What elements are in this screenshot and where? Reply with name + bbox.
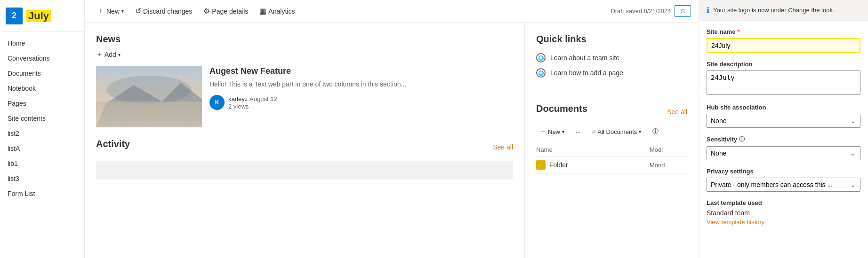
hub-site-select[interactable]: None — [707, 114, 860, 128]
activity-title: Activity — [96, 139, 130, 149]
notification-text: Your site logo is now under Change the l… — [713, 7, 835, 14]
required-indicator: * — [737, 28, 739, 35]
site-description-input[interactable] — [707, 70, 860, 95]
site-description-field: Site description — [707, 61, 860, 96]
logo-text: July — [26, 10, 51, 22]
new-button[interactable]: ＋ New ▾ — [92, 3, 129, 19]
plus-icon: ＋ — [97, 6, 104, 16]
main-area: ＋ New ▾ ↺ Discard changes ⚙ Page details… — [85, 0, 699, 258]
news-section: News ＋ Add ▾ — [85, 23, 524, 127]
page-details-button[interactable]: ⚙ Page details — [199, 4, 253, 18]
sidebar-item-listA[interactable]: listA — [0, 141, 84, 156]
docs-header: Documents See all — [536, 103, 687, 120]
hub-site-label: Hub site association — [707, 104, 860, 111]
site-description-label: Site description — [707, 61, 860, 68]
quick-links-section: Quick links 🌐 Learn about a team site 🌐 … — [525, 23, 699, 92]
docs-new-button[interactable]: ＋ New ▾ — [536, 125, 568, 138]
docs-more-button[interactable]: ··· — [572, 126, 585, 137]
table-row[interactable]: Folder Mond — [536, 156, 687, 174]
news-article-title[interactable]: Augest New Feature — [209, 66, 513, 76]
chevron-down-icon: ▾ — [562, 129, 564, 134]
sidebar-item-conversations[interactable]: Conversations — [0, 51, 84, 66]
analytics-button[interactable]: ▦ Analytics — [255, 4, 299, 18]
col-name-header: Name — [536, 146, 650, 153]
docs-info-button[interactable]: ⓘ — [649, 125, 662, 138]
settings-content: Site name * Site description Hub site as… — [699, 21, 868, 241]
hub-site-select-wrapper: None — [707, 114, 860, 128]
chevron-down-icon: ▾ — [121, 8, 124, 14]
help-icon[interactable]: ⓘ — [739, 135, 745, 143]
sidebar-item-form-list[interactable]: Form List — [0, 186, 84, 201]
discard-changes-button[interactable]: ↺ Discard changes — [130, 4, 197, 18]
sidebar-item-lib1[interactable]: lib1 — [0, 156, 84, 171]
news-meta: K karleyz August 12 2 views — [209, 95, 513, 110]
last-template-section: Last template used Standard team View te… — [707, 199, 860, 226]
right-column: Quick links 🌐 Learn about a team site 🌐 … — [524, 23, 699, 258]
logo-number: 2 — [6, 8, 23, 24]
template-name: Standard team — [707, 209, 860, 217]
chevron-down-icon: ▾ — [118, 52, 121, 57]
docs-all-documents-button[interactable]: ≡ All Documents ▾ — [588, 126, 645, 137]
globe-icon-2: 🌐 — [536, 68, 546, 78]
activity-see-all[interactable]: See all — [493, 143, 513, 151]
doc-modified: Mond — [650, 162, 687, 169]
activity-placeholder — [96, 161, 513, 180]
sidebar: 2 July Home Conversations Documents Note… — [0, 0, 85, 258]
page-content: News ＋ Add ▾ — [85, 23, 699, 258]
hub-site-field: Hub site association None — [707, 104, 860, 128]
analytics-icon: ▦ — [259, 7, 266, 16]
discard-icon: ↺ — [135, 7, 141, 16]
privacy-select-wrapper: Private - only members can access this .… — [707, 178, 860, 192]
news-article-excerpt: Hello! This is a Text web part in one of… — [209, 80, 513, 89]
sensitivity-select-wrapper: None — [707, 146, 860, 160]
article-date-text: August 12 — [249, 95, 277, 102]
docs-see-all[interactable]: See all — [667, 108, 687, 116]
quick-links-title: Quick links — [536, 34, 687, 45]
privacy-settings-field: Privacy settings Private - only members … — [707, 168, 860, 192]
quick-link-learn-team[interactable]: 🌐 Learn about a team site — [536, 50, 687, 65]
plus-icon: ＋ — [96, 50, 103, 59]
docs-toolbar: ＋ New ▾ ··· ≡ All Documents ▾ ⓘ — [536, 125, 687, 138]
sidebar-item-list2[interactable]: list2 — [0, 126, 84, 141]
activity-header: Activity See all — [96, 139, 513, 155]
sidebar-item-documents[interactable]: Documents — [0, 66, 84, 81]
globe-icon-1: 🌐 — [536, 53, 546, 63]
site-name-field: Site name * — [707, 28, 860, 53]
documents-section: Documents See all ＋ New ▾ ··· ≡ All Docu… — [525, 92, 699, 185]
quick-link-learn-page[interactable]: 🌐 Learn how to add a page — [536, 65, 687, 80]
col-modified-header: Modi — [650, 146, 687, 153]
sidebar-item-pages[interactable]: Pages — [0, 96, 84, 111]
news-card: Augest New Feature Hello! This is a Text… — [96, 66, 513, 127]
toolbar-right: Draft saved 8/21/2024 S — [611, 5, 691, 17]
site-logo: 2 July — [0, 0, 84, 32]
news-author-info: karleyz August 12 2 views — [228, 95, 277, 110]
sensitivity-select[interactable]: None — [707, 146, 860, 160]
sidebar-nav: Home Conversations Documents Notebook Pa… — [0, 32, 84, 205]
plus-icon: ＋ — [540, 127, 546, 136]
chevron-down-icon: ▾ — [639, 129, 641, 134]
settings-icon: ⚙ — [203, 7, 210, 16]
activity-section: Activity See all — [85, 127, 524, 191]
sidebar-item-list3[interactable]: list3 — [0, 171, 84, 186]
svg-point-4 — [135, 109, 163, 117]
view-history-link[interactable]: View template history — [707, 219, 860, 226]
sensitivity-label: Sensitivity ⓘ — [707, 135, 860, 143]
content-area: News ＋ Add ▾ — [85, 23, 524, 258]
add-news-button[interactable]: ＋ Add ▾ — [96, 50, 513, 59]
docs-title: Documents — [536, 103, 587, 114]
site-name-label: Site name * — [707, 28, 860, 35]
draft-saved-text: Draft saved 8/21/2024 — [611, 8, 671, 15]
privacy-settings-label: Privacy settings — [707, 168, 860, 175]
site-name-input[interactable] — [707, 38, 860, 53]
author-avatar: K — [209, 95, 225, 110]
sidebar-item-home[interactable]: Home — [0, 36, 84, 51]
privacy-select[interactable]: Private - only members can access this .… — [707, 178, 860, 192]
doc-name: Folder — [549, 161, 650, 169]
filter-icon: ≡ — [592, 128, 596, 135]
sidebar-item-notebook[interactable]: Notebook — [0, 81, 84, 96]
sidebar-item-site-contents[interactable]: Site contents — [0, 111, 84, 126]
news-image-inner — [96, 66, 202, 127]
author-name: karleyz — [228, 95, 248, 102]
info-icon: ℹ — [707, 6, 709, 15]
share-button[interactable]: S — [675, 5, 691, 17]
